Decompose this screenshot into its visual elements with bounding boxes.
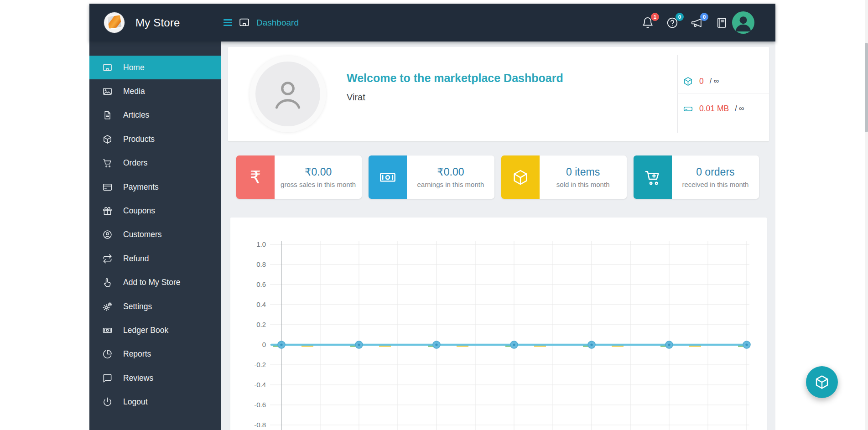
sidebar-item-label: Reviews bbox=[123, 373, 153, 383]
article-icon bbox=[102, 110, 113, 120]
breadcrumb-dashboard-link[interactable]: Dashboard bbox=[256, 18, 299, 28]
sidebar-item-label: Media bbox=[123, 87, 145, 96]
cart-icon bbox=[102, 158, 113, 168]
limit-row-storage: 0.01 MB/ ∞ bbox=[683, 98, 768, 119]
sidebar-item-ledger-book[interactable]: Ledger Book bbox=[89, 318, 221, 342]
chart-data-marker bbox=[433, 341, 440, 348]
rupee-icon: ₹ bbox=[250, 167, 261, 187]
sidebar-item-payments[interactable]: Payments bbox=[89, 175, 221, 199]
y-tick-label: -0.6 bbox=[254, 401, 266, 409]
sidebar-item-label: Customers bbox=[123, 230, 162, 239]
cart-plus-icon bbox=[644, 168, 662, 187]
sidebar-item-orders[interactable]: Orders bbox=[89, 151, 221, 175]
chart-data-marker bbox=[355, 341, 363, 348]
rupee-icon-block: ₹ bbox=[236, 155, 275, 199]
sidebar-item-coupons[interactable]: Coupons bbox=[89, 199, 221, 223]
stat-label: sold in this month bbox=[556, 181, 610, 188]
vendor-name: Virat bbox=[347, 92, 365, 103]
stat-label: earnings in this month bbox=[417, 181, 484, 188]
stat-label: received in this month bbox=[682, 181, 748, 188]
sidebar-item-reports[interactable]: Reports bbox=[89, 342, 221, 366]
notifications-count-badge: 1 bbox=[651, 13, 659, 21]
sidebar-item-refund[interactable]: Refund bbox=[89, 247, 221, 270]
box-icon bbox=[814, 374, 830, 390]
y-tick-label: 0.2 bbox=[256, 321, 266, 328]
sidebar-item-label: Home bbox=[123, 63, 145, 73]
knowledgebase-button[interactable] bbox=[715, 16, 728, 29]
announcements-count-badge: 0 bbox=[700, 13, 708, 21]
limits-horizontal-divider bbox=[677, 93, 769, 93]
store-brand-link[interactable]: My Store bbox=[104, 4, 180, 41]
y-tick-label: -0.2 bbox=[254, 361, 266, 368]
stat-value: 0 items bbox=[566, 166, 600, 178]
breadcrumb: Dashboard bbox=[223, 4, 299, 41]
stats-row: ₹₹0.00gross sales in this month₹0.00earn… bbox=[236, 155, 759, 199]
y-tick-label: 0.4 bbox=[256, 300, 266, 308]
disk-icon bbox=[683, 104, 693, 114]
sidebar-item-label: Coupons bbox=[123, 206, 155, 216]
sidebar-item-reviews[interactable]: Reviews bbox=[89, 366, 221, 390]
menu-toggle-icon[interactable] bbox=[223, 19, 232, 26]
gift-icon bbox=[102, 206, 113, 216]
sidebar-item-customers[interactable]: Customers bbox=[89, 223, 221, 247]
sidebar-item-label: Payments bbox=[123, 182, 159, 192]
stat-card-gross-sales-in-this-month: ₹₹0.00gross sales in this month bbox=[236, 155, 362, 199]
home-icon bbox=[102, 62, 113, 73]
limit-quota-value: / ∞ bbox=[735, 104, 744, 113]
sidebar-item-label: Add to My Store bbox=[123, 278, 180, 287]
sidebar-item-label: Orders bbox=[123, 158, 147, 168]
announcements-button[interactable]: 0 bbox=[691, 16, 703, 29]
sales-chart-panel: 1.00.80.60.40.20-0.2-0.4-0.6-0.8 bbox=[230, 218, 767, 430]
help-button[interactable]: 0 bbox=[666, 16, 679, 29]
help-count-badge: 0 bbox=[676, 13, 684, 21]
limit-quota-value: / ∞ bbox=[710, 77, 719, 85]
stat-card-earnings-in-this-month: ₹0.00earnings in this month bbox=[369, 155, 494, 199]
sidebar-item-label: Articles bbox=[123, 110, 149, 120]
chart-data-marker bbox=[510, 341, 518, 348]
page-scrollbar[interactable] bbox=[865, 0, 868, 430]
sidebar-item-label: Refund bbox=[123, 254, 149, 264]
hand-pointer-icon bbox=[102, 277, 113, 288]
person-placeholder-icon bbox=[269, 75, 307, 113]
sidebar-nav: HomeMediaArticlesProductsOrdersPaymentsC… bbox=[89, 41, 221, 430]
sidebar-item-add-to-my-store[interactable]: Add to My Store bbox=[89, 271, 221, 295]
user-circle-icon bbox=[102, 229, 113, 240]
chart-data-marker bbox=[665, 341, 673, 348]
header-actions: 100 bbox=[641, 4, 728, 41]
welcome-title: Welcome to the marketplace Dashboard bbox=[347, 72, 563, 85]
y-tick-label: 0.8 bbox=[256, 260, 266, 268]
welcome-panel: Welcome to the marketplace Dashboard Vir… bbox=[228, 47, 769, 141]
vendor-avatar bbox=[249, 56, 326, 132]
media-icon bbox=[102, 86, 113, 97]
limits-vertical-divider bbox=[677, 55, 678, 133]
limit-used-value: 0 bbox=[699, 77, 704, 86]
power-icon bbox=[102, 397, 113, 407]
sidebar-item-articles[interactable]: Articles bbox=[89, 104, 221, 127]
sidebar-item-label: Logout bbox=[123, 397, 148, 407]
cart-plus-icon-block bbox=[634, 155, 672, 199]
sidebar-item-label: Products bbox=[123, 135, 155, 144]
chart-data-marker bbox=[588, 341, 595, 348]
sales-chart: 1.00.80.60.40.20-0.2-0.4-0.6-0.8 bbox=[230, 218, 767, 430]
banknote-icon bbox=[379, 168, 397, 187]
y-tick-label: -0.4 bbox=[254, 381, 266, 389]
box-icon-block bbox=[501, 155, 540, 199]
sidebar-item-label: Settings bbox=[123, 302, 152, 311]
sidebar-item-media[interactable]: Media bbox=[89, 79, 221, 103]
sidebar-item-settings[interactable]: Settings bbox=[89, 295, 221, 318]
y-tick-label: 0 bbox=[262, 341, 266, 348]
y-tick-label: -0.8 bbox=[254, 421, 266, 429]
sidebar-item-logout[interactable]: Logout bbox=[89, 390, 221, 414]
user-avatar[interactable] bbox=[732, 11, 754, 34]
store-logo bbox=[104, 12, 125, 33]
chart-data-marker bbox=[743, 341, 750, 348]
limit-row-products: 0/ ∞ bbox=[683, 71, 768, 92]
sidebar-item-home[interactable]: Home bbox=[89, 56, 221, 79]
sidebar-item-products[interactable]: Products bbox=[89, 127, 221, 151]
notifications-button[interactable]: 1 bbox=[641, 16, 654, 29]
top-header: My Store Dashboard 100 bbox=[89, 4, 775, 41]
box-icon bbox=[683, 76, 693, 87]
scrollbar-thumb[interactable] bbox=[865, 43, 868, 132]
fab-product-button[interactable] bbox=[806, 366, 838, 398]
y-tick-label: 0.6 bbox=[256, 280, 266, 288]
